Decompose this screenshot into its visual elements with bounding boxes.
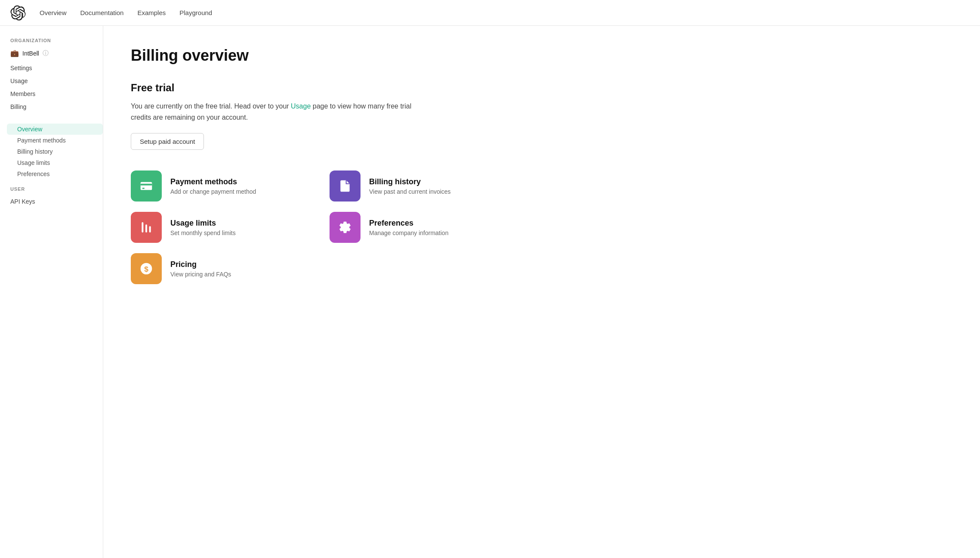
- card-billing-history[interactable]: Billing history View past and current in…: [330, 170, 518, 202]
- cards-grid: Payment methods Add or change payment me…: [131, 170, 518, 284]
- main-content: Billing overview Free trial You are curr…: [103, 26, 980, 558]
- topnav-links: Overview Documentation Examples Playgrou…: [40, 9, 212, 17]
- preferences-title: Preferences: [369, 219, 448, 228]
- topnav-playground[interactable]: Playground: [179, 9, 212, 16]
- svg-rect-5: [149, 226, 151, 233]
- topnav-examples[interactable]: Examples: [137, 9, 166, 16]
- usage-link[interactable]: Usage: [291, 102, 311, 110]
- sidebar-item-settings[interactable]: Settings: [0, 62, 103, 74]
- sidebar-item-billing[interactable]: Billing: [0, 100, 103, 113]
- org-row: 💼 IntBell ⓘ: [0, 46, 103, 60]
- billing-history-icon: [330, 170, 361, 202]
- sidebar-item-billing-history[interactable]: Billing history: [7, 146, 103, 157]
- sidebar-item-api-keys[interactable]: API Keys: [0, 195, 103, 208]
- payment-methods-desc: Add or change payment method: [170, 188, 256, 195]
- pricing-text: Pricing View pricing and FAQs: [170, 260, 231, 278]
- billing-history-desc: View past and current invoices: [369, 188, 451, 195]
- pricing-title: Pricing: [170, 260, 231, 269]
- billing-history-text: Billing history View past and current in…: [369, 177, 451, 195]
- topnav-documentation[interactable]: Documentation: [80, 9, 124, 16]
- sidebar-item-overview[interactable]: Overview: [7, 124, 103, 135]
- user-nav: API Keys: [0, 195, 103, 208]
- card-preferences[interactable]: Preferences Manage company information: [330, 212, 518, 243]
- usage-limits-title: Usage limits: [170, 219, 236, 228]
- free-trial-description: You are currently on the free trial. Hea…: [131, 101, 432, 123]
- usage-limits-text: Usage limits Set monthly spend limits: [170, 219, 236, 236]
- card-usage-limits[interactable]: Usage limits Set monthly spend limits: [131, 212, 319, 243]
- org-nav: Settings Usage Members Billing: [0, 62, 103, 113]
- svg-rect-2: [142, 188, 145, 189]
- sidebar-item-payment-methods[interactable]: Payment methods: [7, 135, 103, 146]
- setup-paid-account-button[interactable]: Setup paid account: [131, 133, 204, 150]
- free-trial-title: Free trial: [131, 82, 952, 94]
- preferences-desc: Manage company information: [369, 229, 448, 236]
- payment-methods-title: Payment methods: [170, 177, 256, 186]
- svg-rect-3: [142, 222, 143, 232]
- topnav-overview[interactable]: Overview: [40, 9, 67, 16]
- org-name: IntBell: [22, 50, 39, 57]
- usage-limits-icon: [131, 212, 162, 243]
- sidebar-item-preferences[interactable]: Preferences: [7, 168, 103, 180]
- topnav: Overview Documentation Examples Playgrou…: [0, 0, 980, 26]
- org-section-label: ORGANIZATION: [0, 38, 103, 43]
- sidebar-item-usage-limits[interactable]: Usage limits: [7, 157, 103, 168]
- svg-rect-0: [141, 182, 152, 190]
- preferences-icon: [330, 212, 361, 243]
- org-info-icon[interactable]: ⓘ: [43, 50, 49, 57]
- billing-history-title: Billing history: [369, 177, 451, 186]
- payment-methods-icon: [131, 170, 162, 202]
- pricing-desc: View pricing and FAQs: [170, 271, 231, 278]
- user-section-label: USER: [0, 186, 103, 192]
- svg-rect-1: [141, 184, 152, 186]
- page-title: Billing overview: [131, 46, 952, 65]
- sidebar-item-members[interactable]: Members: [0, 87, 103, 100]
- svg-rect-4: [145, 225, 147, 233]
- usage-limits-desc: Set monthly spend limits: [170, 229, 236, 236]
- org-icon: 💼: [10, 49, 19, 57]
- card-pricing[interactable]: $ Pricing View pricing and FAQs: [131, 253, 319, 284]
- billing-subnav: Overview Payment methods Billing history…: [0, 124, 103, 180]
- preferences-text: Preferences Manage company information: [369, 219, 448, 236]
- sidebar: ORGANIZATION 💼 IntBell ⓘ Settings Usage …: [0, 26, 103, 558]
- logo[interactable]: [10, 5, 26, 21]
- payment-methods-text: Payment methods Add or change payment me…: [170, 177, 256, 195]
- layout: ORGANIZATION 💼 IntBell ⓘ Settings Usage …: [0, 26, 980, 558]
- svg-text:$: $: [144, 265, 148, 273]
- sidebar-item-usage[interactable]: Usage: [0, 74, 103, 87]
- pricing-icon: $: [131, 253, 162, 284]
- card-payment-methods[interactable]: Payment methods Add or change payment me…: [131, 170, 319, 202]
